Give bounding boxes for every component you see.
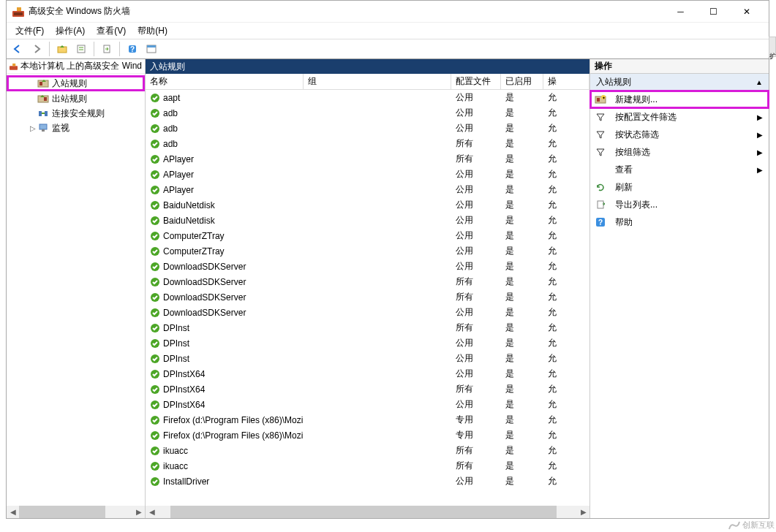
export-icon: [598, 200, 609, 210]
menu-action[interactable]: 操作(A): [50, 23, 91, 39]
rule-row[interactable]: InstallDriver公用是允: [146, 474, 589, 489]
rules-hscrollbar[interactable]: ◀ ▶: [146, 506, 589, 518]
rule-row[interactable]: DPInstX64公用是允: [146, 397, 589, 412]
close-button[interactable]: ✕: [730, 1, 763, 22]
rule-row[interactable]: ikuacc所有是允: [146, 443, 589, 458]
scroll-right-icon[interactable]: ▶: [577, 506, 589, 518]
rule-row[interactable]: APlayer公用是允: [146, 167, 589, 182]
rule-row[interactable]: ComputerZTray公用是允: [146, 228, 589, 243]
scroll-left-icon[interactable]: ◀: [146, 506, 158, 518]
tree-item-label: 入站规则: [52, 77, 87, 90]
window-title: 高级安全 Windows 防火墙: [29, 5, 664, 18]
action-label: 导出列表...: [615, 199, 658, 211]
action-item[interactable]: 导出列表...: [590, 196, 769, 213]
rule-group: [304, 412, 451, 428]
rule-row[interactable]: DPInstX64公用是允: [146, 366, 589, 381]
rule-action: 允: [543, 213, 589, 228]
scroll-right-icon[interactable]: ▶: [132, 506, 145, 518]
collapse-icon[interactable]: ▲: [756, 78, 763, 86]
menu-view[interactable]: 查看(V): [91, 23, 132, 39]
properties-button[interactable]: [73, 41, 89, 57]
rule-row[interactable]: DownloadSDKServer所有是允: [146, 274, 589, 289]
rule-row[interactable]: DPInstX64所有是允: [146, 381, 589, 397]
col-name[interactable]: 名称: [146, 74, 304, 89]
folder-up-button[interactable]: [54, 41, 70, 57]
rule-row[interactable]: adb公用是允: [146, 121, 589, 136]
rule-name: APlayer: [163, 185, 194, 195]
rule-row[interactable]: DPInst公用是允: [146, 351, 589, 366]
menu-help[interactable]: 帮助(H): [132, 23, 173, 39]
rule-row[interactable]: DownloadSDKServer所有是允: [146, 289, 589, 305]
allow-icon: [150, 308, 160, 318]
help-button[interactable]: ?: [124, 41, 140, 57]
rule-row[interactable]: DPInst所有是允: [146, 320, 589, 335]
rule-row[interactable]: APlayer所有是允: [146, 151, 589, 167]
tree-root[interactable]: 本地计算机 上的高级安全 Wind: [7, 59, 145, 74]
svg-rect-17: [44, 97, 47, 101]
side-tab[interactable]: 扩: [769, 37, 776, 57]
rule-row[interactable]: aapt公用是允: [146, 90, 589, 105]
allow-icon: [150, 292, 160, 303]
action-item[interactable]: ✦新建规则...: [590, 91, 769, 108]
toolbar: ?: [7, 39, 769, 59]
actions-section-header[interactable]: 入站规则 ▲: [590, 74, 769, 91]
rule-row[interactable]: BaiduNetdisk公用是允: [146, 197, 589, 213]
main-header: 入站规则: [146, 59, 589, 74]
allow-icon: [150, 93, 160, 103]
rule-enabled: 是: [501, 320, 543, 335]
maximize-button[interactable]: ☐: [697, 1, 730, 22]
allow-icon: [150, 231, 160, 241]
allow-icon: [150, 430, 160, 441]
action-item[interactable]: 按组筛选▶: [590, 143, 769, 161]
divider: [94, 42, 94, 56]
rule-row[interactable]: DownloadSDKServer公用是允: [146, 305, 589, 320]
action-item[interactable]: 查看▶: [590, 161, 769, 178]
back-button[interactable]: [10, 41, 26, 57]
column-headers: 名称 组 配置文件 已启用 操: [146, 74, 589, 90]
rule-row[interactable]: APlayer公用是允: [146, 182, 589, 197]
forward-button[interactable]: [29, 41, 45, 57]
rule-row[interactable]: ComputerZTray公用是允: [146, 243, 589, 259]
new-rule-icon: ✦: [598, 94, 609, 104]
rule-row[interactable]: adb所有是允: [146, 136, 589, 151]
rule-row[interactable]: ikuacc所有是允: [146, 458, 589, 474]
col-profile[interactable]: 配置文件: [451, 74, 501, 89]
action-item[interactable]: 按状态筛选▶: [590, 126, 769, 143]
rule-row[interactable]: DownloadSDKServer公用是允: [146, 259, 589, 274]
tree-item[interactable]: ▷监视: [7, 121, 145, 135]
actions-panel: 操作 入站规则 ▲ ✦新建规则...按配置文件筛选▶按状态筛选▶按组筛选▶查看▶…: [590, 59, 769, 518]
scroll-thumb[interactable]: [19, 506, 105, 518]
export-button[interactable]: [99, 41, 115, 57]
watermark: 创新互联: [728, 520, 775, 531]
scroll-left-icon[interactable]: ◀: [7, 506, 19, 518]
tree-item[interactable]: 入站规则: [7, 75, 145, 91]
rule-row[interactable]: adb公用是允: [146, 105, 589, 121]
tree-hscrollbar[interactable]: ◀ ▶: [7, 506, 145, 518]
allow-icon: [150, 108, 160, 118]
rule-name: DPInstX64: [163, 369, 205, 379]
rule-name: DPInst: [163, 338, 189, 349]
action-item[interactable]: ?帮助: [590, 213, 769, 231]
expand-icon[interactable]: ▷: [29, 124, 37, 132]
tree-item[interactable]: 出站规则: [7, 91, 145, 106]
rule-profile: 公用: [451, 197, 501, 213]
col-enabled[interactable]: 已启用: [501, 74, 543, 89]
rule-row[interactable]: Firefox (d:\Program Files (x86)\Mozill..…: [146, 412, 589, 428]
scroll-thumb[interactable]: [170, 506, 557, 518]
col-action[interactable]: 操: [543, 74, 589, 89]
action-item[interactable]: 按配置文件筛选▶: [590, 108, 769, 126]
col-group[interactable]: 组: [304, 74, 451, 89]
rule-row[interactable]: DPInst公用是允: [146, 335, 589, 351]
rule-row[interactable]: BaiduNetdisk公用是允: [146, 213, 589, 228]
menu-file[interactable]: 文件(F): [10, 23, 50, 39]
rule-row[interactable]: Firefox (d:\Program Files (x86)\Mozill..…: [146, 428, 589, 443]
rule-profile: 所有: [451, 289, 501, 305]
svg-rect-22: [42, 129, 45, 132]
tree-item[interactable]: 连接安全规则: [7, 106, 145, 121]
rule-group: [304, 259, 451, 274]
divider: [119, 42, 120, 56]
panel-button[interactable]: [143, 41, 159, 57]
svg-rect-50: [597, 98, 600, 102]
action-item[interactable]: 刷新: [590, 178, 769, 196]
minimize-button[interactable]: ─: [664, 1, 697, 22]
